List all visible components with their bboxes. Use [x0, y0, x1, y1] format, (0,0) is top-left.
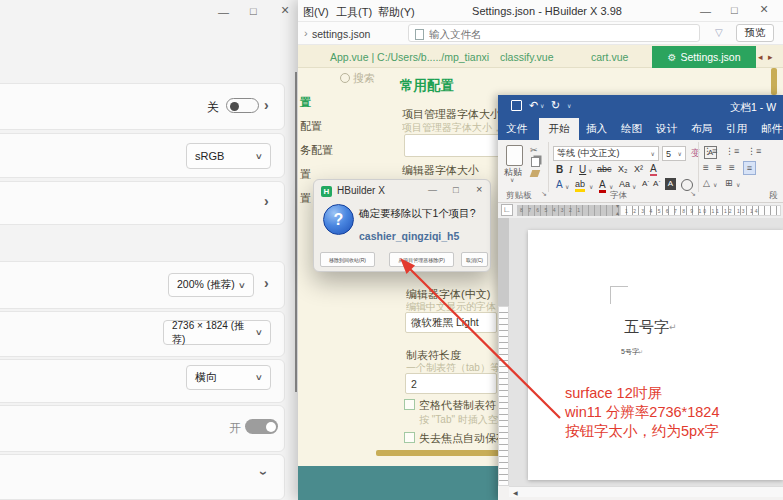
chevron-down-icon[interactable]: ∨: [632, 183, 636, 190]
redo-icon[interactable]: ↻: [551, 99, 560, 112]
subscript-button[interactable]: X₂: [618, 164, 628, 174]
tab-layout[interactable]: 布局: [691, 122, 712, 136]
borders-icon[interactable]: ⊞: [725, 178, 733, 188]
sidebar-item-service[interactable]: 务配置: [300, 143, 333, 158]
menu-tools[interactable]: 工具(T): [336, 5, 372, 20]
tab-references[interactable]: 引用: [726, 122, 747, 136]
underline-dropdown-icon[interactable]: ∨: [588, 167, 592, 174]
bullet-list-icon[interactable]: ⋮≡: [703, 146, 717, 156]
tab-stop-selector[interactable]: ∟: [501, 204, 513, 216]
tab-insert[interactable]: 插入: [586, 122, 607, 136]
text-effects-button[interactable]: A: [556, 179, 563, 190]
font-dialog-launcher-icon[interactable]: ↘: [690, 190, 696, 198]
menu-help[interactable]: 帮助(Y): [378, 5, 415, 20]
display-toggle-on[interactable]: [245, 419, 278, 434]
vertical-ruler[interactable]: [498, 306, 509, 486]
character-shading-button[interactable]: A: [665, 178, 676, 190]
shrink-font-button[interactable]: A`: [653, 179, 661, 188]
document-page[interactable]: 五号字 ↵ 5号字 ↵: [528, 230, 783, 480]
autosave-on-blur-checkbox[interactable]: [404, 432, 415, 443]
grow-font-button[interactable]: A´: [642, 179, 650, 188]
breadcrumb[interactable]: settings.json: [312, 28, 370, 40]
spaces-for-tabs-checkbox[interactable]: [404, 399, 415, 410]
font-name-combo[interactable]: 等线 (中文正文) ∨: [553, 146, 659, 161]
clipboard-dialog-launcher-icon[interactable]: ↘: [541, 190, 547, 198]
scale-dropdown[interactable]: 200% (推荐) ∨: [168, 273, 254, 297]
font-color-button[interactable]: A: [599, 179, 606, 193]
justify-active-icon[interactable]: ≡: [743, 161, 756, 175]
chevron-right-icon[interactable]: ›: [264, 276, 269, 290]
paste-dropdown-icon[interactable]: ∨: [510, 176, 514, 183]
tab-home-active[interactable]: 开始: [539, 118, 579, 140]
sidebar-item-common[interactable]: 置: [300, 95, 311, 110]
indent-marker-top[interactable]: ▾: [616, 202, 619, 209]
tab-app-vue[interactable]: App.vue | C:/Users/b...../mp_tianxi: [330, 51, 489, 63]
project-font-size-input[interactable]: [404, 134, 500, 157]
undo-icon[interactable]: ↶: [529, 99, 538, 112]
ruler-text-segment[interactable]: 1 2 3 4 5 6 7 8 9 10 11 12 13 14: [620, 205, 781, 216]
format-painter-icon[interactable]: [530, 170, 541, 177]
close-icon[interactable]: ×: [281, 4, 289, 16]
menu-view[interactable]: 图(V): [303, 5, 329, 20]
vertical-scrollbar[interactable]: [771, 68, 777, 95]
settings-scrollbar[interactable]: [295, 72, 297, 392]
maximize-icon[interactable]: □: [731, 4, 738, 16]
strikethrough-button[interactable]: abc: [597, 164, 612, 174]
numbered-list-icon[interactable]: ⋮≡: [725, 146, 739, 156]
ruler-margin-segment[interactable]: 8 7 6 5 4 3 2 1: [517, 205, 620, 216]
align-center-icon[interactable]: ≡: [716, 162, 722, 173]
copy-icon[interactable]: [531, 157, 540, 167]
close-icon[interactable]: ×: [760, 3, 768, 15]
minimize-icon[interactable]: —: [218, 6, 229, 18]
multilevel-list-icon[interactable]: ⋮≡: [747, 146, 761, 156]
chevron-down-icon[interactable]: ∨: [565, 183, 569, 190]
editor-cjk-font-input[interactable]: 微软雅黑 Light: [405, 312, 497, 333]
align-left-icon[interactable]: ≡: [703, 162, 709, 173]
resolution-dropdown[interactable]: 2736 × 1824 (推荐) ∨: [163, 320, 271, 345]
tab-design[interactable]: 设计: [656, 122, 677, 136]
maximize-icon[interactable]: □: [453, 184, 459, 195]
font-size-combo[interactable]: 5 ∨: [662, 146, 686, 161]
chevron-down-icon[interactable]: ∨: [713, 181, 717, 188]
change-case-button[interactable]: Aa: [619, 179, 630, 189]
sidebar-item-editor[interactable]: 配置: [300, 119, 322, 134]
chevron-right-icon[interactable]: ›: [264, 98, 269, 112]
cut-icon[interactable]: ✂: [530, 145, 538, 155]
remove-from-manager-button[interactable]: 从项目管理器移除(P): [389, 252, 454, 267]
tab-mailings[interactable]: 邮件: [761, 122, 782, 136]
color-profile-dropdown[interactable]: sRGB ∨: [186, 143, 271, 169]
chevron-down-icon[interactable]: ∨: [736, 181, 740, 188]
minimize-icon[interactable]: —: [428, 185, 437, 195]
tab-length-input[interactable]: 2: [405, 373, 497, 394]
tab-settings-json-active[interactable]: ⚙ Settings.json: [652, 46, 756, 68]
tab-classify-vue[interactable]: classify.vue: [500, 51, 554, 63]
sidebar-search-label[interactable]: 搜索: [353, 71, 375, 86]
shading-icon[interactable]: △: [703, 178, 710, 188]
word-horizontal-scrollbar[interactable]: ◀: [509, 486, 783, 497]
file-search-field[interactable]: [427, 26, 691, 42]
cancel-button[interactable]: 取消(C): [461, 252, 488, 267]
file-search-input[interactable]: [408, 24, 700, 42]
orientation-dropdown[interactable]: 横向 ∨: [186, 365, 271, 390]
sidebar-item-4[interactable]: 置: [300, 167, 311, 182]
italic-button[interactable]: I: [569, 164, 572, 175]
tab-file[interactable]: 文件: [506, 122, 527, 136]
tab-scroll-right-icon[interactable]: ▸: [768, 52, 773, 62]
tab-cart-vue[interactable]: cart.vue: [591, 51, 628, 63]
minimize-icon[interactable]: —: [700, 5, 711, 17]
bold-button[interactable]: B: [556, 164, 563, 175]
chevron-down-icon[interactable]: ∨: [589, 183, 593, 190]
remove-to-recycle-button[interactable]: 移除到回收站(R): [320, 252, 375, 267]
chevron-down-icon[interactable]: ›: [257, 471, 271, 476]
underline-button[interactable]: U: [579, 164, 586, 175]
vertical-ruler-margin[interactable]: [498, 218, 509, 306]
chevron-right-icon[interactable]: ›: [264, 194, 269, 208]
hdr-toggle-off[interactable]: [226, 98, 259, 113]
maximize-icon[interactable]: □: [250, 5, 257, 17]
superscript-button[interactable]: X²: [634, 164, 643, 174]
filter-icon[interactable]: ▽: [715, 27, 723, 38]
indent-marker-bottom[interactable]: ▴: [616, 209, 619, 216]
tab-scroll-left-icon[interactable]: ◂: [758, 52, 763, 62]
paste-icon[interactable]: [506, 145, 523, 166]
highlight-color-button[interactable]: ab: [575, 179, 585, 192]
